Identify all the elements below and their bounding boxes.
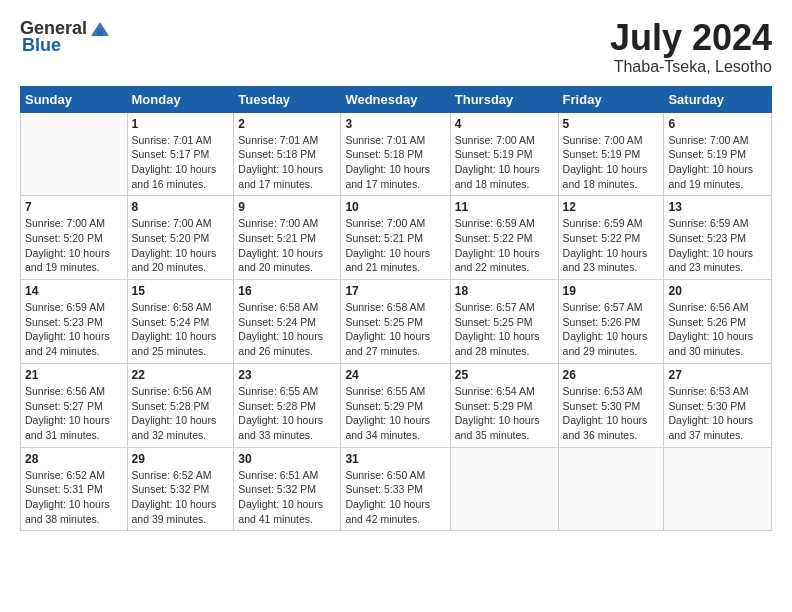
day-info: Sunrise: 7:00 AMSunset: 5:20 PMDaylight:… <box>132 216 230 275</box>
day-info: Sunrise: 6:52 AMSunset: 5:32 PMDaylight:… <box>132 468 230 527</box>
day-number: 27 <box>668 368 767 382</box>
calendar-week-0: 1Sunrise: 7:01 AMSunset: 5:17 PMDaylight… <box>21 112 772 196</box>
day-number: 22 <box>132 368 230 382</box>
table-row: 30Sunrise: 6:51 AMSunset: 5:32 PMDayligh… <box>234 447 341 531</box>
day-number: 23 <box>238 368 336 382</box>
col-friday: Friday <box>558 86 664 112</box>
day-number: 10 <box>345 200 445 214</box>
day-info: Sunrise: 7:00 AMSunset: 5:20 PMDaylight:… <box>25 216 123 275</box>
table-row <box>558 447 664 531</box>
day-number: 31 <box>345 452 445 466</box>
day-number: 24 <box>345 368 445 382</box>
table-row: 20Sunrise: 6:56 AMSunset: 5:26 PMDayligh… <box>664 280 772 364</box>
table-row <box>21 112 128 196</box>
table-row: 6Sunrise: 7:00 AMSunset: 5:19 PMDaylight… <box>664 112 772 196</box>
day-info: Sunrise: 6:52 AMSunset: 5:31 PMDaylight:… <box>25 468 123 527</box>
day-number: 19 <box>563 284 660 298</box>
table-row: 18Sunrise: 6:57 AMSunset: 5:25 PMDayligh… <box>450 280 558 364</box>
table-row: 8Sunrise: 7:00 AMSunset: 5:20 PMDaylight… <box>127 196 234 280</box>
day-number: 2 <box>238 117 336 131</box>
table-row: 4Sunrise: 7:00 AMSunset: 5:19 PMDaylight… <box>450 112 558 196</box>
day-info: Sunrise: 6:50 AMSunset: 5:33 PMDaylight:… <box>345 468 445 527</box>
day-info: Sunrise: 6:58 AMSunset: 5:24 PMDaylight:… <box>132 300 230 359</box>
table-row: 24Sunrise: 6:55 AMSunset: 5:29 PMDayligh… <box>341 363 450 447</box>
day-number: 3 <box>345 117 445 131</box>
day-number: 29 <box>132 452 230 466</box>
day-info: Sunrise: 7:00 AMSunset: 5:19 PMDaylight:… <box>668 133 767 192</box>
day-number: 1 <box>132 117 230 131</box>
logo-blue-text: Blue <box>22 36 61 56</box>
table-row: 2Sunrise: 7:01 AMSunset: 5:18 PMDaylight… <box>234 112 341 196</box>
calendar-table: Sunday Monday Tuesday Wednesday Thursday… <box>20 86 772 532</box>
table-row: 7Sunrise: 7:00 AMSunset: 5:20 PMDaylight… <box>21 196 128 280</box>
col-saturday: Saturday <box>664 86 772 112</box>
day-info: Sunrise: 6:56 AMSunset: 5:26 PMDaylight:… <box>668 300 767 359</box>
header-row: Sunday Monday Tuesday Wednesday Thursday… <box>21 86 772 112</box>
day-info: Sunrise: 7:00 AMSunset: 5:19 PMDaylight:… <box>455 133 554 192</box>
day-info: Sunrise: 7:00 AMSunset: 5:21 PMDaylight:… <box>238 216 336 275</box>
day-number: 20 <box>668 284 767 298</box>
table-row: 28Sunrise: 6:52 AMSunset: 5:31 PMDayligh… <box>21 447 128 531</box>
calendar-subtitle: Thaba-Tseka, Lesotho <box>610 58 772 76</box>
day-info: Sunrise: 6:58 AMSunset: 5:24 PMDaylight:… <box>238 300 336 359</box>
day-info: Sunrise: 6:51 AMSunset: 5:32 PMDaylight:… <box>238 468 336 527</box>
day-number: 12 <box>563 200 660 214</box>
table-row: 16Sunrise: 6:58 AMSunset: 5:24 PMDayligh… <box>234 280 341 364</box>
col-thursday: Thursday <box>450 86 558 112</box>
day-number: 26 <box>563 368 660 382</box>
day-number: 17 <box>345 284 445 298</box>
day-number: 15 <box>132 284 230 298</box>
day-number: 11 <box>455 200 554 214</box>
day-info: Sunrise: 6:56 AMSunset: 5:27 PMDaylight:… <box>25 384 123 443</box>
table-row <box>664 447 772 531</box>
table-row: 25Sunrise: 6:54 AMSunset: 5:29 PMDayligh… <box>450 363 558 447</box>
table-row: 27Sunrise: 6:53 AMSunset: 5:30 PMDayligh… <box>664 363 772 447</box>
day-info: Sunrise: 7:01 AMSunset: 5:18 PMDaylight:… <box>345 133 445 192</box>
col-monday: Monday <box>127 86 234 112</box>
table-row: 13Sunrise: 6:59 AMSunset: 5:23 PMDayligh… <box>664 196 772 280</box>
logo: General Blue <box>20 18 111 56</box>
day-info: Sunrise: 6:59 AMSunset: 5:23 PMDaylight:… <box>668 216 767 275</box>
day-number: 8 <box>132 200 230 214</box>
day-info: Sunrise: 6:57 AMSunset: 5:25 PMDaylight:… <box>455 300 554 359</box>
day-number: 18 <box>455 284 554 298</box>
header: General Blue July 2024 Thaba-Tseka, Leso… <box>20 18 772 76</box>
day-info: Sunrise: 7:01 AMSunset: 5:17 PMDaylight:… <box>132 133 230 192</box>
title-block: July 2024 Thaba-Tseka, Lesotho <box>610 18 772 76</box>
day-number: 7 <box>25 200 123 214</box>
table-row: 10Sunrise: 7:00 AMSunset: 5:21 PMDayligh… <box>341 196 450 280</box>
calendar-week-4: 28Sunrise: 6:52 AMSunset: 5:31 PMDayligh… <box>21 447 772 531</box>
logo-icon <box>89 18 111 40</box>
table-row: 12Sunrise: 6:59 AMSunset: 5:22 PMDayligh… <box>558 196 664 280</box>
day-info: Sunrise: 6:55 AMSunset: 5:28 PMDaylight:… <box>238 384 336 443</box>
day-info: Sunrise: 6:53 AMSunset: 5:30 PMDaylight:… <box>668 384 767 443</box>
day-number: 16 <box>238 284 336 298</box>
table-row: 19Sunrise: 6:57 AMSunset: 5:26 PMDayligh… <box>558 280 664 364</box>
table-row: 26Sunrise: 6:53 AMSunset: 5:30 PMDayligh… <box>558 363 664 447</box>
calendar-title: July 2024 <box>610 18 772 58</box>
day-number: 21 <box>25 368 123 382</box>
col-wednesday: Wednesday <box>341 86 450 112</box>
page: General Blue July 2024 Thaba-Tseka, Leso… <box>0 0 792 541</box>
table-row: 29Sunrise: 6:52 AMSunset: 5:32 PMDayligh… <box>127 447 234 531</box>
day-info: Sunrise: 7:00 AMSunset: 5:19 PMDaylight:… <box>563 133 660 192</box>
day-info: Sunrise: 7:01 AMSunset: 5:18 PMDaylight:… <box>238 133 336 192</box>
day-info: Sunrise: 7:00 AMSunset: 5:21 PMDaylight:… <box>345 216 445 275</box>
table-row <box>450 447 558 531</box>
col-tuesday: Tuesday <box>234 86 341 112</box>
table-row: 3Sunrise: 7:01 AMSunset: 5:18 PMDaylight… <box>341 112 450 196</box>
day-number: 30 <box>238 452 336 466</box>
col-sunday: Sunday <box>21 86 128 112</box>
table-row: 5Sunrise: 7:00 AMSunset: 5:19 PMDaylight… <box>558 112 664 196</box>
day-info: Sunrise: 6:54 AMSunset: 5:29 PMDaylight:… <box>455 384 554 443</box>
table-row: 1Sunrise: 7:01 AMSunset: 5:17 PMDaylight… <box>127 112 234 196</box>
table-row: 17Sunrise: 6:58 AMSunset: 5:25 PMDayligh… <box>341 280 450 364</box>
day-info: Sunrise: 6:55 AMSunset: 5:29 PMDaylight:… <box>345 384 445 443</box>
day-number: 9 <box>238 200 336 214</box>
day-number: 6 <box>668 117 767 131</box>
day-info: Sunrise: 6:58 AMSunset: 5:25 PMDaylight:… <box>345 300 445 359</box>
day-number: 25 <box>455 368 554 382</box>
table-row: 31Sunrise: 6:50 AMSunset: 5:33 PMDayligh… <box>341 447 450 531</box>
table-row: 11Sunrise: 6:59 AMSunset: 5:22 PMDayligh… <box>450 196 558 280</box>
day-number: 5 <box>563 117 660 131</box>
